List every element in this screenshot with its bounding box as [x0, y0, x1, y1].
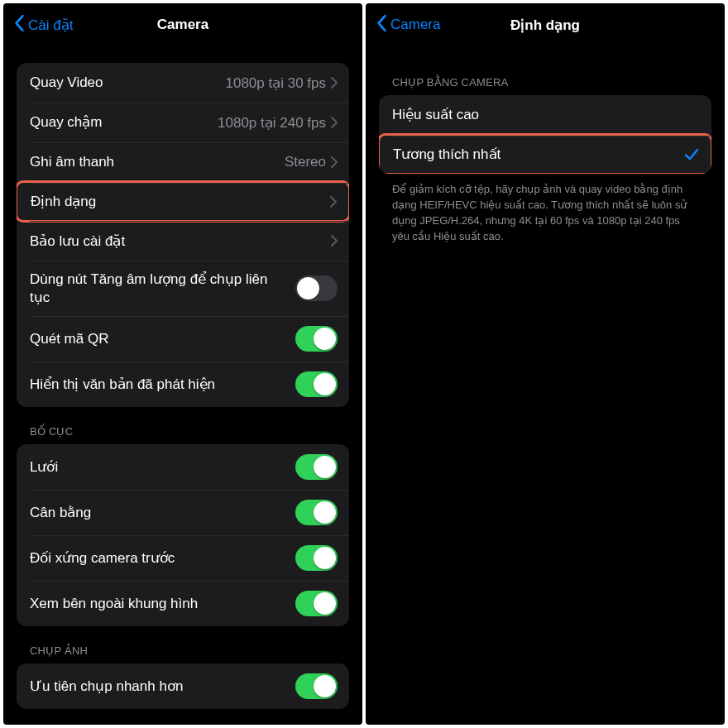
settings-group-format: Hiệu suất cao Tương thích nhất — [379, 95, 711, 174]
row-label: Ưu tiên chụp nhanh hơn — [30, 678, 295, 695]
chevron-right-icon — [331, 77, 338, 89]
row-label: Quét mã QR — [30, 330, 295, 347]
toggle-grid[interactable] — [295, 454, 338, 480]
toggle-show-text[interactable] — [295, 371, 338, 397]
chevron-right-icon — [330, 196, 337, 208]
section-header-camera-capture: CHỤP BẰNG CAMERA — [379, 46, 711, 95]
row-label: Định dạng — [31, 193, 330, 210]
row-label: Lưới — [30, 458, 295, 476]
row-formats[interactable]: Định dạng — [17, 180, 349, 223]
back-button[interactable]: Camera — [376, 14, 440, 36]
chevron-right-icon — [331, 117, 338, 128]
chevron-left-icon — [13, 14, 25, 36]
row-value: Stereo — [285, 154, 326, 170]
row-faster-shot: Ưu tiên chụp nhanh hơn — [17, 663, 349, 709]
nav-bar: Camera Định dạng — [366, 3, 725, 46]
row-label: Cân bằng — [30, 504, 295, 521]
row-label: Dùng nút Tăng âm lượng để chụp liên tục — [30, 271, 295, 306]
settings-group-main: Quay Video 1080p tại 30 fps Quay chậm 10… — [17, 63, 349, 407]
row-label: Đối xứng camera trước — [30, 549, 295, 567]
row-high-efficiency[interactable]: Hiệu suất cao — [379, 95, 711, 135]
toggle-mirror-front[interactable] — [295, 545, 338, 571]
screen-formats: Camera Định dạng CHỤP BẰNG CAMERA Hiệu s… — [366, 3, 725, 725]
section-header-capture: CHỤP ẢNH — [17, 626, 349, 663]
chevron-right-icon — [331, 156, 338, 168]
row-mirror-front: Đối xứng camera trước — [17, 535, 349, 581]
row-value: 1080p tại 240 fps — [218, 114, 326, 132]
content: Quay Video 1080p tại 30 fps Quay chậm 10… — [3, 46, 362, 725]
row-volume-burst: Dùng nút Tăng âm lượng để chụp liên tục — [17, 261, 349, 316]
row-label: Quay Video — [30, 74, 225, 91]
row-label: Hiệu suất cao — [392, 106, 700, 123]
toggle-scan-qr[interactable] — [295, 326, 338, 352]
content: CHỤP BẰNG CAMERA Hiệu suất cao Tương thí… — [366, 46, 725, 725]
toggle-faster-shot[interactable] — [295, 673, 338, 699]
back-label: Cài đặt — [28, 17, 73, 34]
nav-bar: Cài đặt Camera — [3, 3, 362, 46]
row-value: 1080p tại 30 fps — [225, 74, 326, 92]
chevron-left-icon — [376, 14, 387, 36]
row-label: Xem bên ngoài khung hình — [30, 595, 295, 612]
footer-description: Để giảm kích cỡ tệp, hãy chụp ảnh và qua… — [379, 174, 711, 244]
back-button[interactable]: Cài đặt — [13, 14, 73, 36]
row-label: Quay chậm — [30, 113, 218, 131]
row-label: Bảo lưu cài đặt — [30, 232, 331, 250]
toggle-volume-burst[interactable] — [295, 275, 338, 301]
toggle-outside-frame[interactable] — [295, 591, 338, 616]
back-label: Camera — [390, 17, 440, 33]
row-grid: Lưới — [17, 444, 349, 490]
screen-camera-settings: Cài đặt Camera Quay Video 1080p tại 30 f… — [3, 3, 362, 725]
section-header-composition: BỐ CỤC — [17, 407, 349, 444]
row-show-detected-text: Hiển thị văn bản đã phát hiện — [17, 362, 349, 407]
row-label: Tương thích nhất — [393, 146, 684, 163]
row-level: Cân bằng — [17, 490, 349, 535]
row-record-slomo[interactable]: Quay chậm 1080p tại 240 fps — [17, 103, 349, 142]
toggle-level[interactable] — [295, 500, 338, 525]
row-label: Ghi âm thanh — [30, 153, 285, 170]
settings-group-capture: Ưu tiên chụp nhanh hơn — [17, 663, 349, 709]
row-label: Hiển thị văn bản đã phát hiện — [30, 376, 295, 393]
row-view-outside-frame: Xem bên ngoài khung hình — [17, 581, 349, 626]
row-most-compatible[interactable]: Tương thích nhất — [379, 133, 711, 174]
row-record-sound[interactable]: Ghi âm thanh Stereo — [17, 142, 349, 182]
row-preserve-settings[interactable]: Bảo lưu cài đặt — [17, 221, 349, 261]
row-scan-qr: Quét mã QR — [17, 316, 349, 362]
checkmark-icon — [684, 147, 699, 162]
chevron-right-icon — [331, 235, 338, 247]
settings-group-composition: Lưới Cân bằng Đối xứng camera trước Xem … — [17, 444, 349, 626]
row-record-video[interactable]: Quay Video 1080p tại 30 fps — [17, 63, 349, 103]
